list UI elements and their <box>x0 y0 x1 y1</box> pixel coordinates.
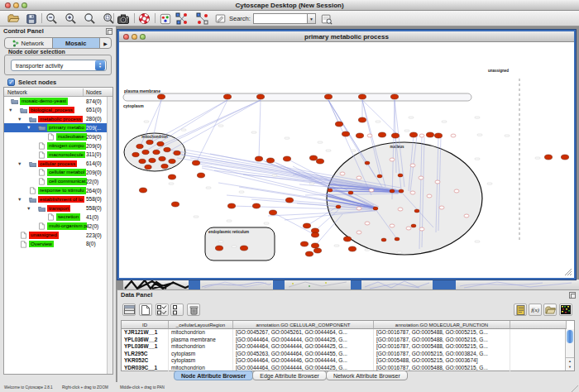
network-node[interactable] <box>227 203 235 208</box>
network-node[interactable] <box>157 141 164 146</box>
network-node[interactable] <box>161 164 168 168</box>
network-node[interactable] <box>381 238 386 241</box>
network-node[interactable] <box>192 160 199 165</box>
tree-row[interactable]: ▼metabolic process280(0) <box>4 115 108 124</box>
network-node[interactable] <box>153 150 160 154</box>
tree-expand-arrow[interactable]: ▼ <box>17 117 22 122</box>
table-row[interactable]: YPL036W__1mitochondrion[GO:0044464, GO:0… <box>122 343 567 351</box>
scrollbar-buttons[interactable]: ▲▼ <box>566 357 574 370</box>
background-window-border[interactable] <box>433 280 456 289</box>
network-edge[interactable] <box>156 100 261 150</box>
tree-row[interactable]: nitrogen compo209(0) <box>4 141 108 151</box>
select-nodes-checkbox[interactable]: ✓ <box>7 79 15 86</box>
attribute-matrix-icon[interactable] <box>559 304 572 316</box>
network-node[interactable] <box>356 176 361 179</box>
window-resize-grip[interactable] <box>572 385 578 392</box>
close-button[interactable] <box>5 2 11 8</box>
network-node[interactable] <box>139 188 146 193</box>
float-panel-icon[interactable] <box>106 28 112 35</box>
network-node[interactable] <box>169 159 175 163</box>
snapshot-camera-icon[interactable] <box>116 12 130 26</box>
scrollbar-thumb[interactable] <box>567 330 573 343</box>
network-node[interactable] <box>309 155 317 160</box>
network-node[interactable] <box>223 94 231 99</box>
network-node[interactable] <box>406 227 411 230</box>
network-node[interactable] <box>240 246 247 251</box>
network-node[interactable] <box>544 155 552 160</box>
configure-search-icon[interactable] <box>319 12 333 26</box>
network-node[interactable] <box>215 246 223 251</box>
network-node[interactable] <box>164 147 170 151</box>
network-node[interactable] <box>358 94 366 99</box>
network-minimize-button[interactable] <box>132 34 137 40</box>
search-dropdown-arrow[interactable]: ▼ <box>308 13 316 24</box>
background-window[interactable] <box>361 280 433 289</box>
network-node[interactable] <box>410 164 415 167</box>
background-window-border[interactable] <box>189 280 200 289</box>
network-node[interactable] <box>434 133 442 138</box>
tabs-overflow-arrow[interactable]: ▶ <box>99 38 111 48</box>
table-scrollbar[interactable]: ▲▼ <box>565 329 574 370</box>
network-node[interactable] <box>398 208 403 211</box>
network-node[interactable] <box>146 140 153 144</box>
tab-mosaic[interactable]: Mosaic <box>52 38 100 48</box>
network-node[interactable] <box>328 189 333 192</box>
network-edge[interactable] <box>328 100 339 124</box>
tree-expand-arrow[interactable]: ▼ <box>17 198 22 202</box>
network-node[interactable] <box>390 94 398 99</box>
network-node[interactable] <box>269 210 276 215</box>
network-node[interactable] <box>340 172 345 175</box>
tree-row[interactable]: cellular metabol209(0) <box>4 168 108 177</box>
open-file-icon[interactable] <box>7 12 21 26</box>
network-node[interactable] <box>378 132 385 137</box>
attribute-table-icon[interactable] <box>122 304 136 316</box>
tree-row[interactable]: nucleobase-209(0) <box>4 132 108 141</box>
network-node[interactable] <box>409 132 417 137</box>
network-zoom-button[interactable] <box>140 34 146 40</box>
tree-row[interactable]: macromolecule311(0) <box>4 151 108 160</box>
network-node[interactable] <box>410 191 415 194</box>
network-node[interactable] <box>365 161 370 165</box>
delete-attribute-icon[interactable] <box>187 304 200 316</box>
background-window[interactable] <box>456 280 579 289</box>
tree-expand-arrow[interactable]: ▼ <box>8 108 12 112</box>
network-node[interactable] <box>367 134 372 137</box>
network-node[interactable] <box>174 151 180 155</box>
network-node[interactable] <box>561 155 568 160</box>
table-column-header[interactable]: ID <box>122 321 169 329</box>
network-node[interactable] <box>316 159 323 164</box>
network-window[interactable]: primary metabolic process plasma membran… <box>117 30 576 280</box>
network-node[interactable] <box>454 189 459 193</box>
unselect-attributes-icon[interactable] <box>170 304 184 316</box>
network-node[interactable] <box>398 174 403 177</box>
zoom-in-icon[interactable] <box>64 12 78 26</box>
network-node[interactable] <box>311 243 318 248</box>
network-node[interactable] <box>377 174 382 178</box>
network-node[interactable] <box>390 158 395 161</box>
network-edge[interactable] <box>162 100 261 145</box>
network-node[interactable] <box>419 134 424 137</box>
network-window-titlebar[interactable]: primary metabolic process <box>119 31 574 42</box>
network-node[interactable] <box>435 180 440 184</box>
network-node[interactable] <box>356 207 361 210</box>
tree-row[interactable]: multi-organism pro42(0) <box>4 222 108 231</box>
network-node[interactable] <box>256 94 264 99</box>
network-node[interactable] <box>342 131 349 136</box>
tree-scrollbar[interactable] <box>107 97 112 374</box>
network-node[interactable] <box>464 214 469 218</box>
background-window-border[interactable] <box>273 280 285 289</box>
network-node[interactable] <box>348 246 356 251</box>
search-input[interactable] <box>253 13 308 24</box>
network-node[interactable] <box>391 133 399 138</box>
network-node[interactable] <box>451 134 456 137</box>
network-edge[interactable] <box>196 100 227 163</box>
import-attributes-icon[interactable] <box>543 304 557 316</box>
network-node[interactable] <box>149 158 156 162</box>
network-node[interactable] <box>303 223 310 228</box>
network-node[interactable] <box>426 132 433 137</box>
network-node[interactable] <box>266 158 274 163</box>
browser-tab[interactable]: Network Attribute Browser <box>326 370 408 380</box>
network-node[interactable] <box>335 122 342 127</box>
tree-row[interactable]: ▼primary metabo209(... <box>4 123 108 132</box>
save-icon[interactable] <box>24 12 38 26</box>
